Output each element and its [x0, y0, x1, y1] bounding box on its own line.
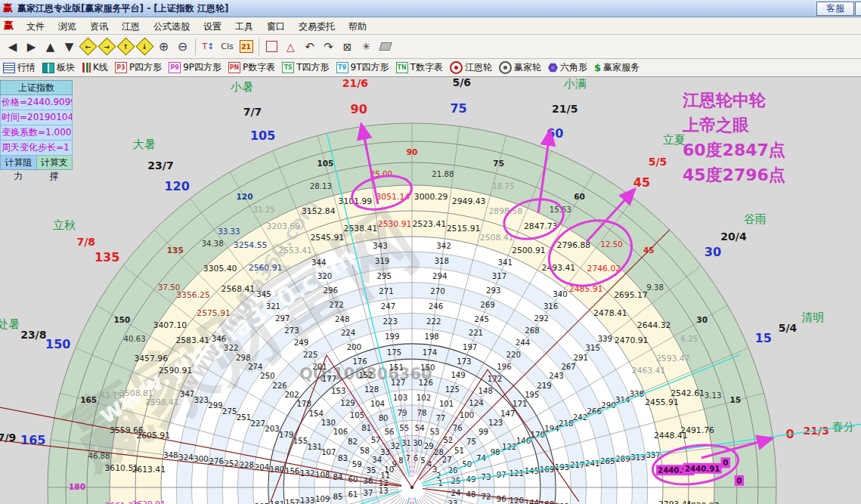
svg-text:2644.32: 2644.32	[637, 320, 671, 330]
PN-icon: PN	[228, 62, 240, 73]
svg-text:3254.55: 3254.55	[234, 240, 268, 250]
svg-text:2949.43: 2949.43	[452, 196, 486, 206]
svg-text:2530.91: 2530.91	[378, 219, 412, 229]
calc-support-button[interactable]: 计算支撑	[37, 156, 73, 170]
rotate-ccw-icon[interactable]: ↶	[300, 38, 319, 56]
zoom-out-icon[interactable]: ⊖	[173, 38, 192, 56]
svg-text:124: 124	[469, 399, 483, 407]
center-tool-icon[interactable]: ✳	[357, 38, 376, 56]
menu-item-2[interactable]: 资讯	[83, 21, 115, 32]
svg-text:299: 299	[208, 401, 222, 410]
svg-text:5: 5	[420, 456, 425, 465]
svg-text:2560.91: 2560.91	[249, 263, 283, 273]
svg-text:18.75: 18.75	[492, 182, 514, 190]
wheel-icon	[450, 61, 463, 74]
svg-text:298: 298	[236, 354, 250, 362]
step-row: 周天变化步长=1	[0, 141, 73, 156]
toolbar-item-T四方形[interactable]: TST四方形	[282, 61, 329, 74]
pan-left-icon[interactable]: ◀	[3, 38, 22, 56]
toolbar-item-板块[interactable]: 板块	[42, 61, 75, 74]
menu-item-6[interactable]: 工具	[228, 21, 260, 32]
svg-text:80: 80	[379, 414, 389, 422]
zoom-in-icon[interactable]: ⊕	[154, 38, 173, 56]
menu-item-4[interactable]: 公式选股	[147, 21, 197, 32]
step-right-icon[interactable]: →	[98, 38, 116, 56]
toolbar-item-赢家轮[interactable]: 赢家轮	[499, 61, 541, 74]
svg-text:222: 222	[426, 317, 441, 326]
rotate-cw-icon[interactable]: ↷	[319, 38, 338, 56]
square-tool-icon[interactable]	[262, 38, 281, 56]
toolbar-item-T数字表[interactable]: TNT数字表	[396, 61, 443, 74]
pan-up-icon[interactable]: ▲	[41, 38, 60, 56]
svg-text:2575.91: 2575.91	[197, 308, 231, 318]
svg-text:5/5: 5/5	[649, 156, 667, 168]
svg-text:96: 96	[497, 495, 506, 503]
service-button[interactable]: 客服	[816, 2, 854, 16]
menu-item-5[interactable]: 设置	[197, 21, 228, 32]
eraser-icon[interactable]	[376, 38, 395, 56]
svg-text:37.50: 37.50	[158, 283, 180, 292]
menu-item-1[interactable]: 浏览	[51, 21, 83, 32]
menu-item-7[interactable]: 窗口	[260, 21, 292, 32]
menu-item-3[interactable]: 江恩	[115, 21, 147, 32]
triangle-tool-icon[interactable]: △	[281, 38, 300, 56]
toolbar-item-P数字表[interactable]: PNP数字表	[228, 61, 275, 74]
TS-icon: TS	[282, 62, 294, 73]
svg-text:175: 175	[387, 348, 401, 357]
step-up-icon[interactable]: ↑	[116, 38, 135, 56]
svg-text:174: 174	[423, 348, 437, 357]
cls-icon[interactable]: Cls	[218, 38, 237, 56]
svg-text:75: 75	[450, 101, 466, 116]
svg-text:341: 341	[497, 258, 512, 267]
toolbar-item-K线[interactable]: K线	[82, 61, 108, 74]
svg-text:15: 15	[730, 395, 742, 404]
calc-resistance-button[interactable]: 计算阻力	[0, 156, 37, 170]
svg-text:105: 105	[317, 159, 333, 168]
svg-text:273: 273	[284, 326, 299, 335]
svg-text:225: 225	[303, 351, 317, 359]
t-updown-icon[interactable]: T↕	[199, 38, 218, 56]
svg-text:317: 317	[492, 272, 506, 280]
svg-text:27: 27	[442, 456, 452, 464]
svg-text:181: 181	[270, 500, 284, 504]
svg-text:32: 32	[390, 442, 400, 450]
svg-text:2515.91: 2515.91	[447, 224, 481, 233]
toolbar-item-9T四方形[interactable]: T99T四方形	[336, 61, 389, 74]
winner-wheel-icon	[499, 61, 512, 74]
svg-text:126: 126	[418, 379, 432, 387]
toolbar-item-赢家服务[interactable]: $赢家服务	[594, 61, 640, 74]
svg-text:129: 129	[340, 399, 355, 407]
pan-right-icon[interactable]: ▶	[22, 38, 41, 56]
menu-item-9[interactable]: 帮助	[342, 21, 373, 32]
svg-text:315: 315	[586, 344, 600, 352]
pan-down-icon[interactable]: ▼	[60, 38, 79, 56]
toolbar-item-9P四方形[interactable]: P99P四方形	[169, 61, 221, 74]
calendar-21-icon[interactable]: 21	[237, 38, 256, 56]
svg-text:220: 220	[506, 351, 521, 359]
chart-area: 上证指数 价格=2440.9099 时间=20190104 变换系数=1.000…	[0, 77, 861, 504]
svg-text:2542.61: 2542.61	[671, 388, 705, 398]
svg-text:54: 54	[415, 424, 425, 432]
box-x-icon[interactable]: ⊠	[338, 38, 357, 56]
svg-text:101: 101	[439, 400, 454, 408]
quote-panel-title: 上证指数	[0, 80, 73, 95]
svg-text:83: 83	[338, 454, 348, 462]
step-down-icon[interactable]: ↓	[135, 38, 154, 56]
toolbar-item-行情[interactable]: 行情	[3, 61, 36, 74]
gann-wheel-chart[interactable]: 赢家财富网www.yingjia360.comwww.yingjia360.co…	[0, 77, 861, 504]
svg-text:292: 292	[534, 314, 549, 323]
svg-text:7/7: 7/7	[243, 106, 262, 118]
svg-text:177: 177	[322, 375, 336, 383]
partial-button[interactable]	[855, 2, 861, 16]
toolbar-item-江恩轮[interactable]: 江恩轮	[450, 61, 492, 74]
svg-text:224: 224	[341, 329, 355, 337]
svg-text:179: 179	[279, 431, 293, 439]
svg-text:272: 272	[329, 301, 343, 309]
menu-item-0[interactable]: 文件	[20, 21, 51, 32]
svg-text:2796.88: 2796.88	[557, 240, 591, 250]
toolbar-item-P四方形[interactable]: P3P四方形	[115, 61, 162, 74]
menu-item-8[interactable]: 交易委托	[292, 21, 342, 32]
toolbar-item-六角形[interactable]: 六角形	[548, 61, 587, 74]
svg-text:109: 109	[315, 495, 330, 503]
step-left-icon[interactable]: ←	[79, 38, 98, 56]
